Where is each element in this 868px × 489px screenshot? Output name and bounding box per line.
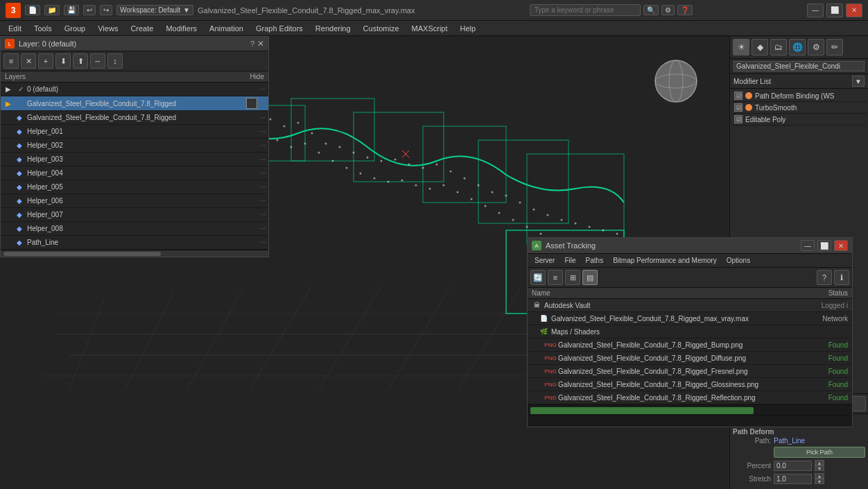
menu-help[interactable]: Help <box>455 23 482 34</box>
modifier-editable-poly[interactable]: ☑ Editable Poly <box>731 114 867 126</box>
stretch-input[interactable] <box>774 474 812 484</box>
asset-panel-title-text: Asset Tracking <box>546 241 596 250</box>
menu-animation[interactable]: Animation <box>204 23 249 34</box>
menu-customize[interactable]: Customize <box>358 23 405 34</box>
asset-minimize-btn[interactable]: — <box>801 240 815 251</box>
menu-group[interactable]: Group <box>59 23 92 34</box>
open-btn[interactable]: 📁 <box>44 5 60 15</box>
list-item[interactable]: 🏛 Autodesk Vault Logged i <box>528 299 852 312</box>
percent-input[interactable] <box>774 461 812 471</box>
list-item[interactable]: ◆ Helper_008 ··· <box>1 222 268 236</box>
menu-edit[interactable]: Edit <box>3 23 27 34</box>
asset-help-btn[interactable]: ? <box>817 270 832 285</box>
new-btn[interactable]: 📄 <box>25 5 40 15</box>
stretch-spinner[interactable]: ▲ ▼ <box>815 473 824 484</box>
search-input[interactable] <box>530 4 641 16</box>
asset-menu-bitmap[interactable]: Bitmap Performance and Memory <box>609 255 721 266</box>
modifier-list-dropdown[interactable]: ▼ <box>852 76 865 87</box>
list-item[interactable]: ◆ Helper_002 ··· <box>1 139 268 153</box>
object-name-input[interactable] <box>734 61 865 71</box>
list-item[interactable]: ◆ Path_Line ··· <box>1 236 268 250</box>
list-item[interactable]: ▶ ✓ 0 (default) ··· <box>1 83 268 96</box>
layer-list-btn[interactable]: ≡ <box>3 53 19 69</box>
spin-down-icon[interactable]: ▼ <box>815 465 824 471</box>
asset-panel-title: A Asset Tracking <box>532 241 596 250</box>
asset-col-name-header: Name <box>532 289 799 297</box>
list-item[interactable]: ▶ Galvanized_Steel_Flexible_Conduit_7.8_… <box>1 96 268 111</box>
layer-scrollbar[interactable] <box>1 250 268 257</box>
list-item[interactable]: ◆ Galvanized_Steel_Flexible_Conduit_7.8_… <box>1 111 268 125</box>
menu-views[interactable]: Views <box>92 23 123 34</box>
list-item[interactable]: ◆ Helper_003 ··· <box>1 153 268 166</box>
menu-tools[interactable]: Tools <box>28 23 58 34</box>
undo-btn[interactable]: ↩ <box>83 5 96 15</box>
layer-up-btn[interactable]: ⬆ <box>73 53 88 69</box>
modifier-name: TurboSmooth <box>755 104 797 112</box>
asset-grid-btn[interactable]: ⊞ <box>565 270 580 285</box>
asset-refresh-btn[interactable]: 🔄 <box>530 270 546 285</box>
layer-expand-btn[interactable]: ↔ <box>90 53 105 69</box>
layer-down-btn[interactable]: ⬇ <box>55 53 71 69</box>
material-editor-icon-btn[interactable]: ◆ <box>752 39 768 55</box>
asset-menu-options[interactable]: Options <box>722 255 754 266</box>
app-logo: 3 <box>6 3 21 18</box>
svg-point-74 <box>429 188 431 190</box>
minimize-btn[interactable]: — <box>807 3 824 17</box>
anim-icon-btn[interactable]: ⚙ <box>808 39 824 55</box>
layer-col-hide: Hide <box>236 73 264 80</box>
pick-path-button[interactable]: Pick Path <box>774 447 865 458</box>
settings-btn[interactable]: ⚙ <box>661 5 675 15</box>
menu-maxscript[interactable]: MAXScript <box>406 23 453 34</box>
menu-graph-editors[interactable]: Graph Editors <box>250 23 309 34</box>
asset-info-btn[interactable]: ℹ <box>834 270 849 285</box>
env-icon-btn[interactable]: 🌐 <box>789 39 806 55</box>
list-item[interactable]: ◆ Helper_004 ··· <box>1 166 268 180</box>
restore-btn[interactable]: ⬜ <box>826 3 843 17</box>
list-item[interactable]: ◆ Helper_006 ··· <box>1 194 268 208</box>
list-item[interactable]: ◆ Helper_007 ··· <box>1 208 268 222</box>
spin-up-icon[interactable]: ▲ <box>815 460 824 465</box>
svg-point-45 <box>492 191 494 194</box>
modifier-turbosmooth[interactable]: ☑ TurboSmooth <box>731 102 867 114</box>
close-btn[interactable]: ✕ <box>846 3 862 17</box>
panel-close-btn[interactable]: ✕ <box>257 39 264 49</box>
redo-btn[interactable]: ↪ <box>100 5 112 15</box>
list-item[interactable]: PNG Galvanized_Steel_Flexible_Conduit_7.… <box>528 391 852 404</box>
help-btn[interactable]: ❓ <box>677 5 693 15</box>
asset-menu-file[interactable]: File <box>560 255 580 266</box>
list-item[interactable]: PNG Galvanized_Steel_Flexible_Conduit_7.… <box>528 365 852 378</box>
render-setup-icon-btn[interactable]: ☀ <box>733 39 749 55</box>
list-item[interactable]: PNG Galvanized_Steel_Flexible_Conduit_7.… <box>528 352 852 365</box>
spin-up-icon[interactable]: ▲ <box>815 473 824 479</box>
layer-icon-btn[interactable]: ✏ <box>826 39 843 55</box>
menu-create[interactable]: Create <box>125 23 159 34</box>
percent-spinner[interactable]: ▲ ▼ <box>815 460 824 471</box>
list-item[interactable]: PNG Galvanized_Steel_Flexible_Conduit_7.… <box>528 338 852 352</box>
list-item[interactable]: ◆ Helper_001 ··· <box>1 125 268 139</box>
list-item[interactable]: 📄 Galvanized_Steel_Flexible_Conduit_7.8_… <box>528 312 852 325</box>
layer-panel-title-text: Layer: 0 (default) <box>19 40 76 48</box>
list-item[interactable]: 🌿 Maps / Shaders <box>528 325 852 338</box>
layer-dots-icon: ··· <box>260 114 266 121</box>
panel-help-btn[interactable]: ? <box>250 40 254 48</box>
scene-explorer-icon-btn[interactable]: 🗂 <box>770 39 787 55</box>
layer-delete-btn[interactable]: ✕ <box>21 53 36 69</box>
asset-list-btn[interactable]: ≡ <box>548 270 563 285</box>
workspace-dropdown[interactable]: Workspace: Default ▼ <box>116 5 193 15</box>
layer-collapse-btn[interactable]: ↕ <box>107 53 123 69</box>
asset-menu-paths[interactable]: Paths <box>582 255 608 266</box>
menu-modifiers[interactable]: Modifiers <box>160 23 202 34</box>
layer-add-btn[interactable]: + <box>38 53 53 69</box>
modifier-path-deform[interactable]: ☑ Path Deform Binding (WS <box>731 90 867 102</box>
list-item[interactable]: PNG Galvanized_Steel_Flexible_Conduit_7.… <box>528 378 852 391</box>
menu-rendering[interactable]: Rendering <box>310 23 356 34</box>
save-btn[interactable]: 💾 <box>64 5 79 15</box>
list-item[interactable]: ◆ Helper_005 ··· <box>1 180 268 194</box>
search-btn[interactable]: 🔍 <box>643 5 659 15</box>
spin-down-icon[interactable]: ▼ <box>815 479 824 484</box>
layer-expand-icon: ▶ <box>3 85 13 94</box>
asset-restore-btn[interactable]: ⬜ <box>817 240 831 251</box>
asset-table-btn[interactable]: ▤ <box>582 270 598 285</box>
asset-menu-server[interactable]: Server <box>530 255 559 266</box>
asset-close-btn[interactable]: ✕ <box>834 240 848 251</box>
